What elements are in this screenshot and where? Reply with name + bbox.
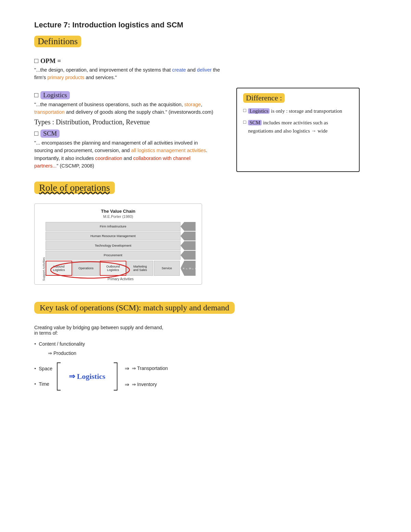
- transportation-label: ⇒ Transportation: [132, 366, 168, 371]
- opm-section: □ OPM = "...the design, operation, and i…: [34, 57, 384, 82]
- svg-point-0: [51, 262, 129, 278]
- difference-box: Difference : □ Logistics is only : stora…: [236, 88, 360, 172]
- scm-label: SCM: [40, 129, 60, 138]
- logistics-types: Types : Distribution, Production, Revenu…: [34, 118, 226, 126]
- margin-block-2: [180, 241, 196, 250]
- term-content: Content / functionality: [39, 341, 85, 347]
- opm-label: OPM =: [40, 57, 61, 65]
- sub-outcomes: ⇒ ⇒ Transportation ⇒ ⇒ Inventory: [125, 365, 168, 388]
- creating-value-text: Creating value by bridging gap between s…: [34, 325, 384, 336]
- transportation-outcome: ⇒ ⇒ Transportation: [125, 365, 168, 372]
- term-space: Space: [39, 366, 52, 371]
- margin-block-1: [180, 232, 196, 240]
- primary-margin-arrow: Margin: [180, 261, 196, 276]
- bracket-right-svg: [110, 361, 120, 392]
- inventory-label: ⇒ Inventory: [132, 382, 157, 387]
- key-task-heading: Key task of operations (SCM): match supp…: [34, 302, 235, 314]
- support-label: Support Activities: [41, 222, 46, 281]
- logistics-text: "...the management of business operation…: [34, 101, 226, 116]
- value-chain-title: The Value Chain: [41, 209, 196, 214]
- term-bullet-1: •: [34, 366, 36, 372]
- margin-block-0: [180, 222, 196, 231]
- scm-text: "... encompasses the planning and manage…: [34, 139, 212, 170]
- value-chain-diagram: The Value Chain M.E.Porter (1980) Suppor…: [34, 203, 202, 285]
- logistics-bullet: □: [34, 91, 38, 99]
- bracket-svg: [54, 361, 64, 392]
- term-bullet-2: •: [34, 381, 36, 387]
- role-heading: Role of operations: [34, 182, 115, 194]
- support-row-2: Technology Development: [46, 241, 180, 250]
- terms-diagram: • Content / functionality ⇒ Production •…: [34, 341, 384, 392]
- prim-cell-4: Service: [154, 261, 180, 276]
- support-rows: Firm Infrastructure Human Resource Manag…: [46, 222, 196, 260]
- production-arrow: ⇒ Production: [48, 350, 76, 356]
- support-row-3: Procurement: [46, 251, 180, 260]
- opm-text: "...the design, operation, and improveme…: [34, 66, 226, 82]
- inventory-outcome: ⇒ ⇒ Inventory: [125, 381, 168, 388]
- definitions-heading: Definitions: [34, 36, 81, 47]
- term-bullet-0: •: [34, 341, 36, 347]
- term-time: Time: [39, 381, 49, 387]
- margin-block-3: [180, 251, 196, 260]
- support-row-1: Human Resource Management: [46, 232, 180, 240]
- value-chain-subtitle: M.E.Porter (1980): [41, 214, 196, 219]
- logistics-section: □ Logistics "...the management of busine…: [34, 88, 226, 172]
- difference-item1: □ Logistics is only : storage and transp…: [243, 107, 353, 115]
- support-row-0: Firm Infrastructure: [46, 222, 180, 231]
- difference-item2: □ SCM includes more activities such as n…: [243, 119, 353, 135]
- scm-bullet: □: [34, 129, 38, 137]
- logistics-arrow-label: ⇒ Logistics: [69, 372, 105, 381]
- red-circle-overlay: [50, 260, 132, 280]
- difference-heading: Difference :: [243, 93, 285, 103]
- logistics-label: Logistics: [40, 91, 70, 99]
- page-title: Lecture 7: Introduction logistics and SC…: [34, 21, 384, 29]
- opm-bullet: □: [34, 57, 38, 65]
